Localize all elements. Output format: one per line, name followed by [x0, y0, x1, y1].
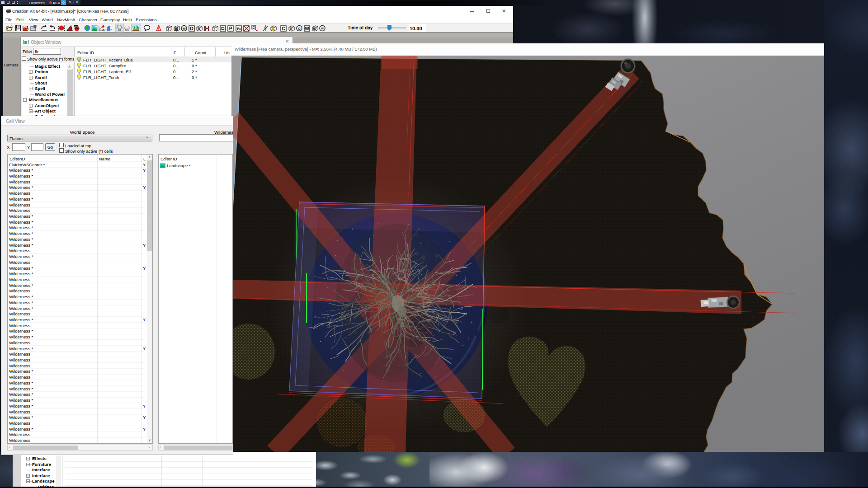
svg-text:P: P	[229, 26, 232, 31]
svg-text:w: w	[321, 27, 324, 30]
svg-text:SKY: SKY	[125, 29, 130, 32]
svg-text:s: s	[257, 29, 259, 32]
svg-text:o: o	[198, 27, 200, 31]
svg-text:O: O	[190, 26, 193, 31]
svg-text:C: C	[282, 26, 285, 31]
svg-text:x: x	[110, 28, 112, 31]
svg-text:C: C	[252, 26, 255, 29]
svg-text:HK: HK	[102, 29, 105, 31]
svg-text:c: c	[290, 27, 292, 31]
svg-text:M: M	[183, 27, 186, 31]
svg-text:▤: ▤	[175, 27, 179, 31]
svg-text:W: W	[305, 26, 309, 31]
svg-text:◆: ◆	[271, 27, 275, 31]
svg-text:T: T	[167, 27, 170, 31]
svg-text:C: C	[298, 27, 301, 31]
svg-text:w: w	[312, 27, 316, 31]
